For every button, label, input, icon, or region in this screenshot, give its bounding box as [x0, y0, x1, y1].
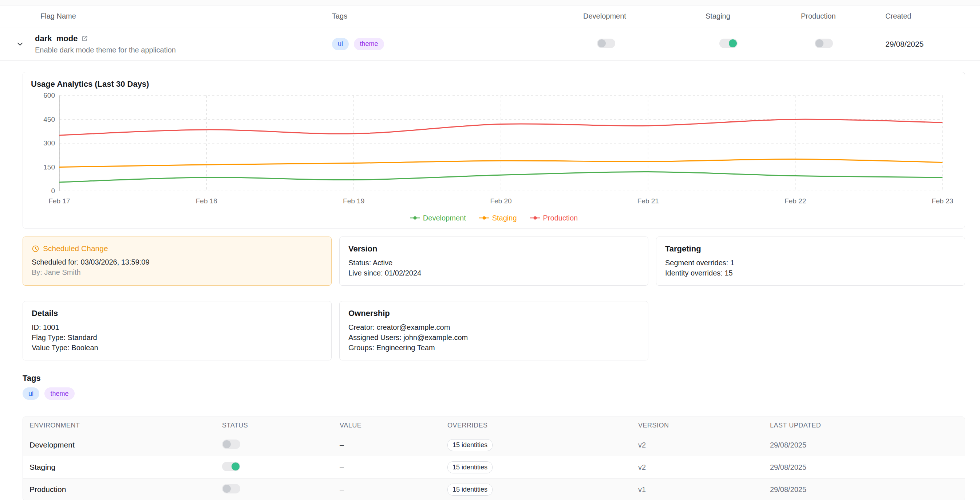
svg-text:150: 150	[43, 163, 55, 171]
details-value-type: Value Type: Boolean	[32, 343, 323, 353]
flag-created-date: 29/08/2025	[885, 40, 980, 48]
version-status: Status: Active	[348, 258, 639, 268]
flag-row: dark_mode Enable dark mode theme for the…	[0, 27, 980, 61]
svg-text:0: 0	[51, 187, 55, 195]
detail-cards-grid: Scheduled Change Scheduled for: 03/03/20…	[22, 236, 965, 360]
tag-pill-theme[interactable]: theme	[45, 387, 74, 400]
version-card: Version Status: Active Live since: 01/02…	[339, 236, 648, 286]
production-row-toggle[interactable]	[222, 484, 240, 494]
flag-name-link[interactable]: dark_mode	[35, 34, 176, 43]
svg-text:Feb 22: Feb 22	[784, 197, 806, 205]
staging-row-toggle[interactable]	[222, 462, 240, 471]
targeting-card-title: Targeting	[665, 244, 956, 254]
version-card-title: Version	[348, 244, 639, 254]
development-toggle[interactable]	[597, 38, 615, 48]
header-development: Development	[583, 12, 705, 21]
scheduled-change-card: Scheduled Change Scheduled for: 03/03/20…	[22, 236, 332, 286]
development-overrides-badge[interactable]: 15 identities	[447, 439, 493, 451]
clock-icon	[32, 245, 39, 252]
production-toggle[interactable]	[815, 38, 833, 48]
development-row-toggle[interactable]	[222, 439, 240, 449]
scheduled-change-title: Scheduled Change	[43, 244, 108, 253]
env-header-version: VERSION	[638, 422, 770, 429]
flag-name-text: dark_mode	[35, 34, 78, 43]
chart-legend: DevelopmentStagingProduction	[31, 211, 957, 225]
ownership-creator: Creator: creator@example.com	[348, 322, 639, 332]
scheduled-by-text: By: Jane Smith	[32, 267, 323, 277]
env-row-production: Production – 15 identities v1 29/08/2025	[23, 478, 965, 500]
svg-text:600: 600	[43, 91, 55, 99]
staging-toggle[interactable]	[719, 38, 738, 48]
collapse-row-button[interactable]	[14, 38, 26, 50]
legend-marker-icon	[410, 216, 420, 220]
scheduled-for-text: Scheduled for: 03/03/2026, 13:59:09	[32, 257, 323, 267]
staging-overrides-badge[interactable]: 15 identities	[447, 462, 493, 473]
segment-overrides: Segment overrides: 1	[665, 258, 956, 268]
version-live-since: Live since: 01/02/2024	[348, 268, 639, 278]
env-header-overrides: OVERRIDES	[447, 422, 638, 429]
usage-chart: 0150300450600Feb 17Feb 18Feb 19Feb 20Feb…	[31, 90, 957, 211]
svg-text:Feb 20: Feb 20	[490, 197, 511, 205]
svg-text:Feb 21: Feb 21	[638, 197, 659, 205]
env-row-development: Development – 15 identities v2 29/08/202…	[23, 434, 965, 456]
details-id: ID: 1001	[32, 322, 323, 332]
svg-text:450: 450	[43, 115, 55, 123]
tag-pill-ui[interactable]: ui	[22, 387, 39, 400]
header-flag-name: Flag Name	[0, 12, 332, 21]
targeting-card: Targeting Segment overrides: 1 Identity …	[656, 236, 965, 286]
svg-text:Feb 23: Feb 23	[932, 197, 953, 205]
tag-pill-theme[interactable]: theme	[354, 38, 384, 50]
header-production: Production	[801, 12, 885, 21]
usage-analytics-card: Usage Analytics (Last 30 Days) 015030045…	[22, 72, 965, 228]
env-header-last-updated: LAST UPDATED	[770, 422, 958, 429]
ownership-card-title: Ownership	[348, 309, 639, 318]
flags-table-header: Flag Name Tags Development Staging Produ…	[0, 5, 980, 27]
environments-table-header: ENVIRONMENT STATUS VALUE OVERRIDES VERSI…	[23, 417, 965, 434]
identity-overrides: Identity overrides: 15	[665, 268, 956, 278]
ownership-assigned-users: Assigned Users: john@example.com	[348, 332, 639, 343]
flags-table: Flag Name Tags Development Staging Produ…	[0, 5, 980, 61]
svg-text:Feb 17: Feb 17	[48, 197, 70, 205]
legend-marker-icon	[530, 216, 540, 220]
header-staging: Staging	[705, 12, 801, 21]
ownership-card: Ownership Creator: creator@example.com A…	[339, 301, 648, 360]
svg-text:300: 300	[43, 139, 55, 147]
env-header-value: VALUE	[340, 422, 447, 429]
env-row-staging: Staging – 15 identities v2 29/08/2025	[23, 456, 965, 478]
ownership-groups: Groups: Engineering Team	[348, 343, 639, 353]
external-link-icon[interactable]	[81, 35, 88, 42]
legend-marker-icon	[479, 216, 489, 220]
details-card: Details ID: 1001 Flag Type: Standard Val…	[22, 301, 332, 360]
production-overrides-badge[interactable]: 15 identities	[447, 484, 493, 496]
env-header-environment: ENVIRONMENT	[30, 422, 222, 429]
environments-table: ENVIRONMENT STATUS VALUE OVERRIDES VERSI…	[22, 417, 965, 500]
flag-expanded-panel: Usage Analytics (Last 30 Days) 015030045…	[0, 61, 980, 500]
chart-title: Usage Analytics (Last 30 Days)	[31, 80, 957, 89]
header-tags: Tags	[332, 12, 583, 21]
tag-pill-ui[interactable]: ui	[332, 38, 349, 50]
legend-item-staging[interactable]: Staging	[479, 214, 517, 222]
svg-text:Feb 18: Feb 18	[196, 197, 217, 205]
details-flag-type: Flag Type: Standard	[32, 332, 323, 343]
header-created: Created	[885, 12, 980, 21]
legend-item-production[interactable]: Production	[530, 214, 578, 222]
legend-item-development[interactable]: Development	[410, 214, 466, 222]
env-header-status: STATUS	[222, 422, 340, 429]
tags-section-title: Tags	[22, 374, 965, 383]
svg-text:Feb 19: Feb 19	[343, 197, 364, 205]
details-card-title: Details	[32, 309, 323, 318]
flag-description: Enable dark mode theme for the applicati…	[35, 46, 176, 54]
chevron-down-icon	[16, 40, 24, 48]
tags-section: Tags ui theme	[22, 374, 965, 400]
